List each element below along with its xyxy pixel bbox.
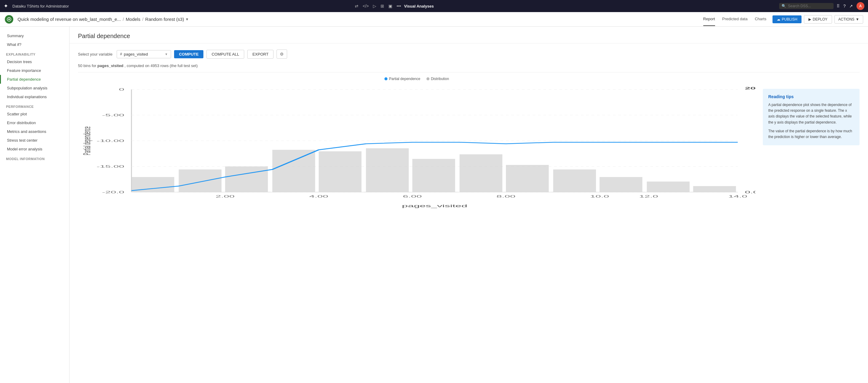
share-icon[interactable]: ⇄ <box>355 4 359 8</box>
tab-charts[interactable]: Charts <box>755 12 766 26</box>
breadcrumb-actions: ☁ PUBLISH ▶ DEPLOY ACTIONS ▼ <box>773 15 863 24</box>
grid-icon[interactable]: ⠿ <box>837 4 840 8</box>
svg-text:-10.00: -10.00 <box>96 139 124 142</box>
compute-all-button[interactable]: COMPUTE ALL <box>207 50 244 59</box>
sidebar-item-what-if[interactable]: What if? <box>0 40 69 49</box>
bar-8 <box>460 154 503 192</box>
search-input[interactable] <box>788 4 830 8</box>
sidebar-item-scatter-plot[interactable]: Scatter plot <box>0 109 69 119</box>
tab-report[interactable]: Report <box>703 12 715 26</box>
legend-distribution: Distribution <box>427 77 449 81</box>
sidebar-item-feature-importance[interactable]: Feature importance <box>0 66 69 75</box>
bar-10 <box>553 169 596 192</box>
sidebar: Summary What if? EXPLAINABILITY Decision… <box>0 27 69 383</box>
controls-row: Select your variable # pages_visited ▼ C… <box>78 50 860 59</box>
breadcrumb-model: Random forest (s3) <box>145 17 184 22</box>
reading-tips-title: Reading tips <box>768 94 854 99</box>
svg-text:-5.00: -5.00 <box>102 113 124 117</box>
svg-text:-20.0: -20.0 <box>102 190 124 194</box>
bar-11 <box>600 177 643 192</box>
svg-text:8.00: 8.00 <box>496 194 515 198</box>
legend-distribution-label: Distribution <box>431 77 449 81</box>
main-layout: Summary What if? EXPLAINABILITY Decision… <box>0 27 868 383</box>
search-box[interactable]: 🔍 <box>779 3 834 9</box>
variable-chevron-icon: ▼ <box>165 53 168 56</box>
chart-wrapper: 0 -5.00 -10.00 -15.00 -20.0 Partial depe… <box>78 83 755 211</box>
section-title: Visual Analyses <box>404 4 434 8</box>
svg-text:6.00: 6.00 <box>403 194 422 198</box>
bar-13 <box>693 186 736 192</box>
help-icon[interactable]: ? <box>843 4 846 8</box>
sidebar-item-subpopulation-analysis[interactable]: Subpopulation analysis <box>0 84 69 92</box>
publish-button[interactable]: ☁ PUBLISH <box>773 15 802 23</box>
info-var-bold: pages_visited <box>97 63 123 68</box>
code-icon[interactable]: </> <box>363 4 369 8</box>
nav-icons: ⇄ </> ▷ ⊞ ▣ ••• <box>355 4 401 8</box>
green-logo-icon <box>7 17 11 22</box>
svg-text:0.0%: 0.0% <box>745 190 755 194</box>
breadcrumb-models[interactable]: Models <box>126 17 140 22</box>
compute-button[interactable]: COMPUTE <box>174 50 204 58</box>
bar-9 <box>506 165 549 192</box>
breadcrumb-sep1: / <box>123 17 124 22</box>
dropdown-arrow-icon: ▼ <box>185 17 189 22</box>
search-icon: 🔍 <box>781 4 786 8</box>
sidebar-item-model-error[interactable]: Model error analysis <box>0 145 69 154</box>
notebook-icon[interactable]: ▣ <box>389 4 392 8</box>
content-body: Select your variable # pages_visited ▼ C… <box>69 43 868 383</box>
tab-predicted-data[interactable]: Predicted data <box>722 12 748 26</box>
publish-icon: ☁ <box>777 17 780 22</box>
variable-label: Select your variable <box>78 52 113 57</box>
sidebar-item-individual-explanations[interactable]: Individual explanations <box>0 92 69 101</box>
variable-name: pages_visited <box>124 52 163 57</box>
bar-6 <box>366 148 409 192</box>
svg-text:-15.00: -15.00 <box>96 165 124 168</box>
more-icon[interactable]: ••• <box>397 4 401 8</box>
actions-chevron-icon: ▼ <box>856 17 859 22</box>
svg-text:12.0: 12.0 <box>639 194 658 198</box>
breadcrumb-nav: Quick modeling of revenue on web_last_mo… <box>0 12 868 27</box>
sidebar-section-explainability: EXPLAINABILITY <box>0 49 69 57</box>
partial-dependence-chart: 0 -5.00 -10.00 -15.00 -20.0 Partial depe… <box>78 83 755 210</box>
data-icon[interactable]: ⊞ <box>380 4 384 8</box>
deploy-play-icon: ▶ <box>808 17 811 22</box>
sidebar-item-metrics-assertions[interactable]: Metrics and assertions <box>0 127 69 136</box>
svg-text:pages_visited: pages_visited <box>402 204 467 208</box>
sidebar-item-decision-trees[interactable]: Decision trees <box>0 57 69 66</box>
variable-select[interactable]: # pages_visited ▼ <box>117 50 171 58</box>
bar-7 <box>412 159 455 192</box>
breadcrumb-model-dropdown[interactable]: Random forest (s3) ▼ <box>145 17 189 22</box>
bar-12 <box>647 182 690 192</box>
dataiku-logo: ✦ <box>4 3 8 9</box>
sidebar-section-model-info: MODEL INFORMATION <box>0 154 69 162</box>
chart-icon[interactable]: ↗ <box>849 4 853 8</box>
tab-nav: Report Predicted data Charts <box>703 12 767 26</box>
bar-4 <box>272 150 315 192</box>
breadcrumb: Quick modeling of revenue on web_last_mo… <box>18 17 703 22</box>
settings-button[interactable]: ⚙ <box>277 50 287 59</box>
legend-partial-label: Partial dependence <box>389 77 420 81</box>
bar-2 <box>179 169 221 192</box>
sidebar-item-summary[interactable]: Summary <box>0 31 69 40</box>
sidebar-item-stress-test[interactable]: Stress test center <box>0 136 69 145</box>
run-icon[interactable]: ▷ <box>373 4 376 8</box>
reading-tips-p2: The value of the partial dependence is b… <box>768 128 854 140</box>
chart-container: Partial dependence Distribution <box>78 77 755 377</box>
app-title: Dataiku TShirts for Administrator <box>12 4 352 8</box>
avatar[interactable]: A <box>857 2 864 10</box>
svg-point-1 <box>8 19 10 20</box>
deploy-button[interactable]: ▶ DEPLOY <box>804 15 832 24</box>
legend-dot-blue <box>384 77 388 81</box>
actions-button[interactable]: ACTIONS ▼ <box>834 15 863 24</box>
svg-text:2.00: 2.00 <box>216 194 235 198</box>
info-row: 50 bins for pages_visited , computed on … <box>78 63 860 72</box>
export-button[interactable]: EXPORT <box>247 50 274 59</box>
sidebar-item-error-distribution[interactable]: Error distribution <box>0 119 69 127</box>
sidebar-item-partial-dependence[interactable]: Partial dependence <box>0 75 69 84</box>
reading-tips-p1: A partial dependence plot shows the depe… <box>768 102 854 125</box>
main-content: Partial dependence Select your variable … <box>69 27 868 383</box>
svg-text:0: 0 <box>119 88 124 91</box>
page-title: Partial dependence <box>78 33 860 39</box>
logo-green[interactable] <box>5 15 13 24</box>
breadcrumb-project[interactable]: Quick modeling of revenue on web_last_mo… <box>18 17 121 22</box>
